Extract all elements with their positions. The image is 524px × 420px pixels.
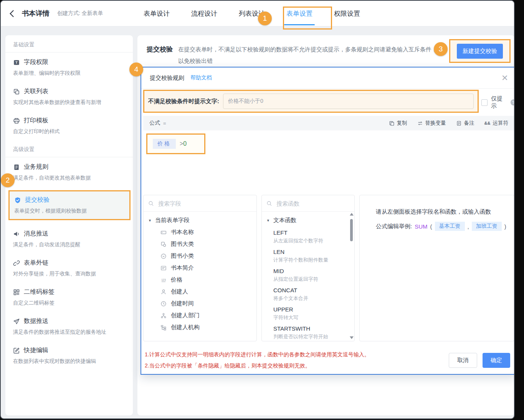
sidebar-item-business-rule[interactable]: 业务规则 满足条件，自动更改其他表单数据 (5, 157, 133, 186)
swap-arrows-icon (417, 120, 423, 126)
sidebar-item-desc: 实现对其他表单数据的快捷查看与新增 (13, 99, 126, 106)
sidebar-item-data-push[interactable]: 数据推送 满足条件的数据将推送至指定的服务地址 (5, 311, 133, 341)
scroll-down-arrow[interactable] (350, 336, 354, 339)
tab-flow-design[interactable]: 流程设计 (191, 1, 217, 26)
sidebar-item-desc: 表单新增、编辑时的字段权限 (13, 70, 126, 77)
formula-editor[interactable]: 价格 > 0 (143, 130, 514, 195)
note-icon (456, 120, 462, 126)
field-item-price[interactable]: 123 价格 (144, 274, 256, 286)
function-item-mid[interactable]: MID 从指定位置返回字符 (262, 265, 354, 284)
tab-permission-settings[interactable]: 权限设置 (334, 1, 360, 26)
new-validation-button[interactable]: 新建提交校验 (457, 44, 503, 59)
function-item-upper[interactable]: UPPER 字符转大写 (262, 303, 354, 322)
field-item-book-intro[interactable]: 书本简介 (144, 262, 256, 274)
sidebar-item-label: 关联列表 (24, 87, 48, 96)
field-item-book-name[interactable]: 书本名称 (144, 226, 256, 238)
sidebar-item-field-permission[interactable]: T 字段权限 表单新增、编辑时的字段权限 (5, 53, 133, 82)
field-item-creator-dept[interactable]: 创建人部门 (144, 310, 256, 321)
sidebar-item-label: 字段权限 (24, 58, 48, 66)
copy-button[interactable]: 复制 (389, 120, 407, 127)
sidebar-section-advanced: 高级设置 (13, 146, 133, 153)
field-item-book-category[interactable]: 图书大类 (144, 238, 256, 250)
search-icon (148, 201, 154, 206)
number-icon: 123 (160, 277, 167, 283)
replace-variable-button[interactable]: 替换变量 (417, 120, 446, 127)
example-field-pill[interactable]: 加班工资 (472, 222, 502, 231)
operator-button[interactable]: && 运算符 (484, 120, 508, 127)
help-circle-icon[interactable] (511, 99, 515, 105)
function-item-startswith[interactable]: STARTSWITH 判断是否以特定字符开始 (262, 322, 354, 341)
sidebar-item-desc: 自定义打印时的样式 (13, 128, 126, 135)
page-title: 书本详情 (22, 9, 50, 18)
sidebar-item-desc: 满足条件，自动更改其他表单数据 (13, 175, 126, 181)
caret-down-icon (266, 219, 270, 222)
field-item-create-time[interactable]: 创建时间 (144, 298, 256, 310)
function-desc: 判断是否以特定字符开始 (273, 333, 349, 340)
link-icon (13, 260, 20, 267)
nav-tabs: 表单设计 流程设计 列表设计 表单设置 权限设置 (144, 1, 360, 26)
field-label: 图书大类 (171, 240, 194, 248)
step-badge-1: 1 (258, 12, 272, 25)
tab-form-design[interactable]: 表单设计 (144, 1, 170, 26)
function-item-left[interactable]: LEFT 从左返回指定个数字符 (262, 226, 354, 245)
function-item-len[interactable]: LEN 计算字符个数和附件数量 (262, 245, 354, 265)
help-doc-link[interactable]: 帮助文档 (190, 74, 212, 81)
close-icon[interactable] (502, 72, 508, 83)
paper-plane-icon (13, 318, 20, 325)
field-label: 创建人部门 (171, 312, 200, 319)
example-prefix: 公式编辑举例: (376, 223, 412, 230)
help-pane: 请从左侧面板选择字段名和函数，或输入函数 公式编辑举例: SUM ( 基本工资 … (360, 195, 514, 231)
function-desc: 字符转大写 (273, 314, 349, 321)
copy-icon (389, 120, 395, 126)
field-label: 图书小类 (171, 252, 194, 260)
prompt-text-input[interactable] (223, 94, 474, 109)
note-button[interactable]: 备注 (456, 120, 474, 127)
cancel-button[interactable]: 取消 (449, 353, 477, 368)
app-window: 书本详情 创建方式: 全新表单 表单设计 流程设计 列表设计 表单设置 权限设置… (0, 0, 515, 419)
sidebar-item-desc: 满足条件的数据将推送至指定的服务地址 (13, 329, 126, 336)
field-item-book-subcategory[interactable]: 图书小类 (144, 250, 256, 262)
function-name: LEN (273, 249, 349, 255)
operator-label: 运算符 (493, 120, 509, 127)
tab-form-settings[interactable]: 表单设置 (286, 1, 312, 26)
step-badge-4: 4 (129, 63, 143, 76)
field-item-creator-org[interactable]: 创建人机构 (144, 321, 256, 333)
field-permission-icon: T (13, 59, 20, 66)
scroll-up-arrow[interactable] (350, 213, 354, 216)
edit-icon (13, 347, 20, 354)
organization-icon (160, 324, 167, 331)
sidebar-item-qr-label[interactable]: 二维码标签 自定义二维码标签 (5, 282, 133, 311)
sidebar-item-desc: 自定义二维码标签 (13, 300, 126, 306)
sidebar-item-message-push[interactable]: 消息推送 满足条件，自动发送消息提醒 (5, 224, 133, 253)
scroll-thumb[interactable] (350, 219, 353, 241)
sidebar-item-related-list[interactable]: 关联列表 实现对其他表单数据的快捷查看与新增 (5, 82, 133, 111)
modal-footer-buttons: 取消 确定 (449, 353, 510, 368)
sidebar-item-label: 表单外链 (24, 259, 48, 267)
sidebar-item-submit-validation[interactable]: 提交校验 表单提交时，根据规则校验数据 (10, 191, 129, 219)
back-chevron-icon[interactable] (10, 10, 17, 17)
equals-sign: = (163, 120, 166, 126)
field-pill-price[interactable]: 价格 (153, 139, 176, 149)
only-tip-checkbox[interactable] (481, 99, 488, 106)
step-badge-3: 3 (434, 42, 448, 56)
confirm-button[interactable]: 确定 (483, 353, 510, 368)
function-item-concat[interactable]: CONCAT 将多个文本合并 (262, 284, 354, 303)
open-paren: ( (430, 223, 432, 230)
field-group-toggle[interactable]: 当前表单字段 (144, 212, 256, 226)
function-group-toggle[interactable]: 文本函数 (262, 212, 354, 226)
field-label: 创建人机构 (171, 324, 200, 331)
prompt-text-label: 不满足校验条件时提示文字: (148, 98, 219, 105)
field-label: 创建时间 (171, 300, 194, 307)
field-search-input[interactable] (157, 200, 252, 207)
function-group-label: 文本函数 (273, 217, 296, 224)
svg-text:123: 123 (161, 278, 166, 281)
text-input-icon (160, 229, 167, 236)
field-item-creator[interactable]: 创建人 (144, 286, 256, 298)
function-search-input[interactable] (276, 200, 354, 207)
sidebar-item-quick-edit[interactable]: 快捷编辑 在数据列表中实现对数据的快捷编辑 (5, 341, 133, 370)
example-field-pill[interactable]: 基本工资 (435, 222, 465, 231)
speaker-icon (13, 231, 20, 237)
sidebar-item-form-link[interactable]: 表单外链 对外分享链接，用于收集、查询数据 (5, 253, 133, 282)
help-example: 公式编辑举例: SUM ( 基本工资 , 加班工资 ) (376, 222, 514, 231)
sidebar-item-print-template[interactable]: 打印模板 自定义打印时的样式 (5, 111, 133, 140)
